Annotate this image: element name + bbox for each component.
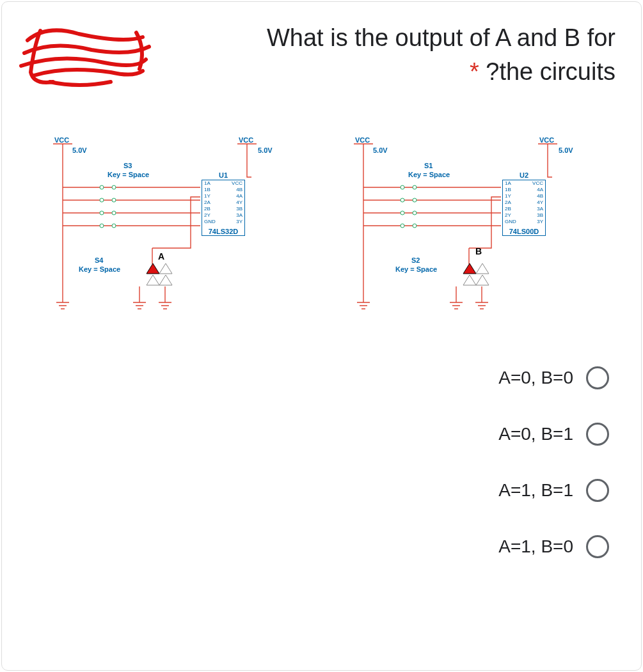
vcc-label: VCC: [355, 136, 370, 144]
probe-a-outline: [157, 261, 175, 292]
radio-icon: [586, 479, 609, 502]
scribble-annotation: [15, 21, 155, 91]
svg-marker-22: [476, 263, 489, 274]
ic-chip-u2: U2 1A 1B 1Y 2A 2B 2Y GND VCC 4A 4B: [502, 180, 546, 236]
circuit-diagram-area: VCC 5.0V VCC 5.0V S3 Key = Space S4 Key …: [40, 136, 603, 341]
svg-point-1: [112, 185, 116, 189]
svg-point-0: [100, 185, 104, 189]
svg-point-4: [100, 211, 104, 215]
vcc-voltage: 5.0V: [559, 146, 573, 154]
question-card: What is the output of A and B for * ?the…: [1, 1, 642, 671]
vcc-voltage: 5.0V: [72, 146, 87, 154]
svg-point-15: [413, 198, 417, 202]
switch-key: Key = Space: [395, 265, 437, 273]
switch-name: S1: [424, 162, 433, 169]
svg-point-7: [112, 224, 116, 228]
switch-name: S3: [123, 162, 132, 169]
vcc-label: VCC: [54, 136, 69, 144]
vcc-voltage: 5.0V: [258, 146, 273, 154]
option-0[interactable]: A=0, B=0: [498, 366, 609, 389]
question-line1: What is the output of A and B for: [267, 24, 615, 51]
svg-marker-23: [476, 275, 489, 285]
option-2[interactable]: A=1, B=1: [498, 479, 609, 502]
answer-options: A=0, B=0 A=0, B=1 A=1, B=1 A=1, B=0: [2, 366, 641, 558]
switch-name: S2: [411, 256, 420, 264]
option-label: A=1, B=0: [498, 536, 573, 557]
chip-part-number: 74LS32D: [202, 228, 244, 235]
svg-point-3: [112, 198, 116, 202]
option-label: A=1, B=1: [498, 480, 573, 501]
circuit-b: VCC 5.0V VCC 5.0V S1 Key = Space S2 Key …: [341, 136, 610, 328]
option-1[interactable]: A=0, B=1: [498, 423, 609, 446]
option-label: A=0, B=0: [498, 368, 573, 388]
switch-key: Key = Space: [107, 171, 149, 178]
svg-point-16: [401, 211, 404, 215]
question-text: What is the output of A and B for * ?the…: [155, 21, 615, 89]
chip-title: U1: [202, 171, 244, 179]
circuit-a: VCC 5.0V VCC 5.0V S3 Key = Space S4 Key …: [40, 136, 309, 328]
chip-part-number: 74LS00D: [503, 228, 545, 235]
svg-point-6: [100, 224, 104, 228]
question-line2: ?the circuits: [486, 58, 615, 85]
svg-marker-11: [159, 275, 172, 285]
svg-point-17: [413, 211, 417, 215]
svg-point-18: [401, 224, 404, 228]
switch-name: S4: [95, 256, 103, 264]
probe-b-outline: [473, 261, 491, 292]
ic-chip-u1: U1 1A 1B 1Y 2A 2B 2Y GND VCC 4B 4A: [202, 180, 245, 236]
question-header: What is the output of A and B for * ?the…: [2, 2, 641, 98]
circuit-wires: [341, 136, 610, 328]
chip-pins-left: 1A 1B 1Y 2A 2B 2Y GND: [505, 180, 516, 225]
output-label-a: A: [158, 251, 164, 262]
svg-marker-10: [159, 263, 172, 274]
required-asterisk: *: [470, 58, 479, 85]
svg-point-13: [413, 185, 417, 189]
chip-pins-left: 1A 1B 1Y 2A 2B 2Y GND: [204, 180, 216, 225]
svg-point-14: [401, 198, 404, 202]
option-3[interactable]: A=1, B=0: [498, 535, 609, 558]
svg-point-2: [100, 198, 104, 202]
svg-point-12: [401, 185, 404, 189]
output-label-b: B: [475, 246, 482, 256]
switch-key: Key = Space: [79, 265, 120, 273]
chip-title: U2: [503, 171, 545, 179]
chip-pins-right: VCC 4A 4B 4Y 3A 3B 3Y: [532, 180, 543, 225]
svg-point-19: [413, 224, 417, 228]
radio-icon: [586, 535, 609, 558]
circuit-wires: [40, 136, 309, 328]
option-label: A=0, B=1: [498, 424, 573, 444]
switch-key: Key = Space: [408, 171, 450, 178]
svg-point-5: [112, 211, 116, 215]
chip-pins-right: VCC 4B 4A 4Y 3B 3A 3Y: [232, 180, 242, 225]
radio-icon: [586, 366, 609, 389]
vcc-voltage: 5.0V: [373, 146, 388, 154]
radio-icon: [586, 423, 609, 446]
vcc-label: VCC: [539, 136, 554, 144]
vcc-label: VCC: [239, 136, 253, 144]
